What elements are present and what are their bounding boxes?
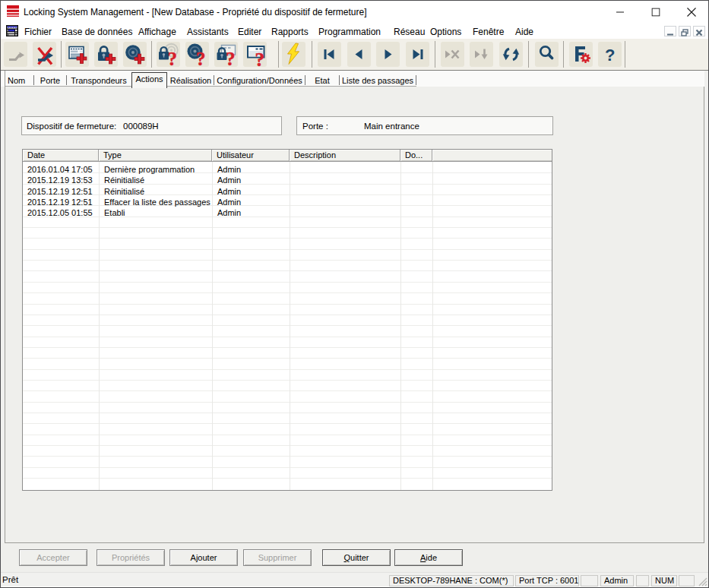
svg-text:?: ? — [168, 49, 178, 68]
svg-text:?: ? — [196, 49, 206, 67]
svg-text:?: ? — [226, 49, 236, 67]
svg-text:?: ? — [605, 46, 615, 65]
svg-text:?: ? — [255, 49, 265, 68]
